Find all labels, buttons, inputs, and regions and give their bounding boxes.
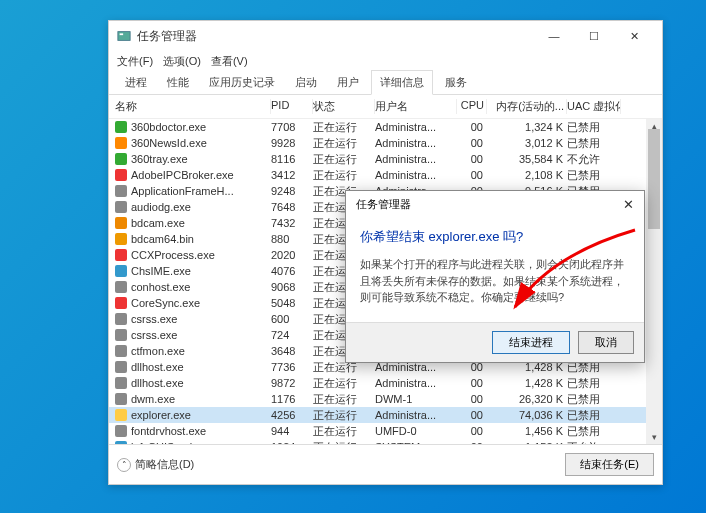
- process-icon: [115, 121, 127, 133]
- process-icon: [115, 185, 127, 197]
- titlebar[interactable]: 任务管理器 — ☐ ✕: [109, 21, 662, 51]
- confirm-dialog: 任务管理器 ✕ 你希望结束 explorer.exe 吗? 如果某个打开的程序与…: [345, 190, 645, 363]
- process-name: conhost.exe: [131, 281, 190, 294]
- dialog-question: 你希望结束 explorer.exe 吗?: [360, 228, 630, 246]
- column-header[interactable]: PID: [271, 99, 313, 114]
- column-headers[interactable]: 名称PID状态用户名CPU内存(活动的...UAC 虚拟化: [109, 95, 662, 119]
- minimize-button[interactable]: —: [534, 22, 574, 50]
- process-icon: [115, 361, 127, 373]
- process-row[interactable]: igfxCUIService.exe1924正在运行SYSTEM001,152 …: [109, 439, 662, 444]
- tab-0[interactable]: 进程: [117, 71, 155, 94]
- menu-file[interactable]: 文件(F): [117, 54, 153, 69]
- process-row[interactable]: explorer.exe4256正在运行Administra...0074,03…: [109, 407, 662, 423]
- tabs: 进程性能应用历史记录启动用户详细信息服务: [109, 71, 662, 95]
- process-name: dllhost.exe: [131, 361, 184, 374]
- process-name: bdcam64.bin: [131, 233, 194, 246]
- column-header[interactable]: 状态: [313, 99, 375, 114]
- svg-rect-1: [120, 33, 124, 35]
- process-name: csrss.exe: [131, 329, 177, 342]
- svg-rect-0: [118, 32, 130, 41]
- menubar: 文件(F) 选项(O) 查看(V): [109, 51, 662, 71]
- menu-view[interactable]: 查看(V): [211, 54, 248, 69]
- window-controls: — ☐ ✕: [534, 22, 654, 50]
- process-name: CoreSync.exe: [131, 297, 200, 310]
- process-icon: [115, 425, 127, 437]
- column-header[interactable]: 用户名: [375, 99, 457, 114]
- column-header[interactable]: UAC 虚拟化: [567, 99, 621, 114]
- process-row[interactable]: 360bdoctor.exe7708正在运行Administra...001,3…: [109, 119, 662, 135]
- scroll-thumb[interactable]: [648, 129, 660, 229]
- dialog-titlebar[interactable]: 任务管理器 ✕: [346, 191, 644, 218]
- process-row[interactable]: dllhost.exe9872正在运行Administra...001,428 …: [109, 375, 662, 391]
- tab-1[interactable]: 性能: [159, 71, 197, 94]
- maximize-button[interactable]: ☐: [574, 22, 614, 50]
- column-header[interactable]: [621, 99, 655, 114]
- dialog-body: 你希望结束 explorer.exe 吗? 如果某个打开的程序与此进程关联，则会…: [346, 218, 644, 322]
- tab-4[interactable]: 用户: [329, 71, 367, 94]
- process-icon: [115, 297, 127, 309]
- column-header[interactable]: CPU: [457, 99, 487, 114]
- process-icon: [115, 137, 127, 149]
- process-icon: [115, 265, 127, 277]
- process-icon: [115, 233, 127, 245]
- app-icon: [117, 29, 131, 43]
- close-button[interactable]: ✕: [614, 22, 654, 50]
- end-task-button[interactable]: 结束任务(E): [565, 453, 654, 476]
- process-name: 360tray.exe: [131, 153, 188, 166]
- process-name: dwm.exe: [131, 393, 175, 406]
- process-icon: [115, 377, 127, 389]
- menu-options[interactable]: 选项(O): [163, 54, 201, 69]
- process-icon: [115, 393, 127, 405]
- process-name: audiodg.exe: [131, 201, 191, 214]
- process-row[interactable]: fontdrvhost.exe944正在运行UMFD-0001,456 K已禁用: [109, 423, 662, 439]
- process-name: CCXProcess.exe: [131, 249, 215, 262]
- window-title: 任务管理器: [137, 28, 197, 45]
- process-icon: [115, 409, 127, 421]
- process-row[interactable]: dwm.exe1176正在运行DWM-10026,320 K已禁用: [109, 391, 662, 407]
- process-icon: [115, 217, 127, 229]
- process-icon: [115, 249, 127, 261]
- vertical-scrollbar[interactable]: ▴ ▾: [646, 119, 662, 444]
- process-icon: [115, 169, 127, 181]
- process-icon: [115, 281, 127, 293]
- process-name: explorer.exe: [131, 409, 191, 422]
- dialog-buttons: 结束进程 取消: [346, 322, 644, 362]
- process-name: AdobeIPCBroker.exe: [131, 169, 234, 182]
- process-name: 360bdoctor.exe: [131, 121, 206, 134]
- process-name: 360NewsId.exe: [131, 137, 207, 150]
- process-name: csrss.exe: [131, 313, 177, 326]
- cancel-button[interactable]: 取消: [578, 331, 634, 354]
- footer: ˄ 简略信息(D) 结束任务(E): [109, 444, 662, 484]
- tab-2[interactable]: 应用历史记录: [201, 71, 283, 94]
- fewer-details-toggle[interactable]: ˄ 简略信息(D): [117, 457, 194, 472]
- dialog-close-button[interactable]: ✕: [623, 197, 634, 212]
- chevron-up-icon: ˄: [117, 458, 131, 472]
- process-icon: [115, 441, 127, 444]
- process-row[interactable]: AdobeIPCBroker.exe3412正在运行Administra...0…: [109, 167, 662, 183]
- fewer-details-label: 简略信息(D): [135, 457, 194, 472]
- process-name: ApplicationFrameH...: [131, 185, 234, 198]
- process-row[interactable]: 360NewsId.exe9928正在运行Administra...003,01…: [109, 135, 662, 151]
- process-name: ChsIME.exe: [131, 265, 191, 278]
- process-name: bdcam.exe: [131, 217, 185, 230]
- column-header[interactable]: 名称: [115, 99, 271, 114]
- scroll-down-arrow[interactable]: ▾: [646, 430, 662, 444]
- process-icon: [115, 153, 127, 165]
- tab-6[interactable]: 服务: [437, 71, 475, 94]
- process-name: fontdrvhost.exe: [131, 425, 206, 438]
- process-name: ctfmon.exe: [131, 345, 185, 358]
- process-icon: [115, 345, 127, 357]
- tab-3[interactable]: 启动: [287, 71, 325, 94]
- process-icon: [115, 329, 127, 341]
- column-header[interactable]: 内存(活动的...: [487, 99, 567, 114]
- process-icon: [115, 201, 127, 213]
- tab-5[interactable]: 详细信息: [371, 70, 433, 95]
- dialog-text: 如果某个打开的程序与此进程关联，则会关闭此程序并且将丢失所有未保存的数据。如果结…: [360, 256, 630, 306]
- process-name: dllhost.exe: [131, 377, 184, 390]
- process-icon: [115, 313, 127, 325]
- dialog-title: 任务管理器: [356, 197, 411, 212]
- process-row[interactable]: 360tray.exe8116正在运行Administra...0035,584…: [109, 151, 662, 167]
- end-process-button[interactable]: 结束进程: [492, 331, 570, 354]
- process-name: igfxCUIService.exe: [131, 441, 225, 445]
